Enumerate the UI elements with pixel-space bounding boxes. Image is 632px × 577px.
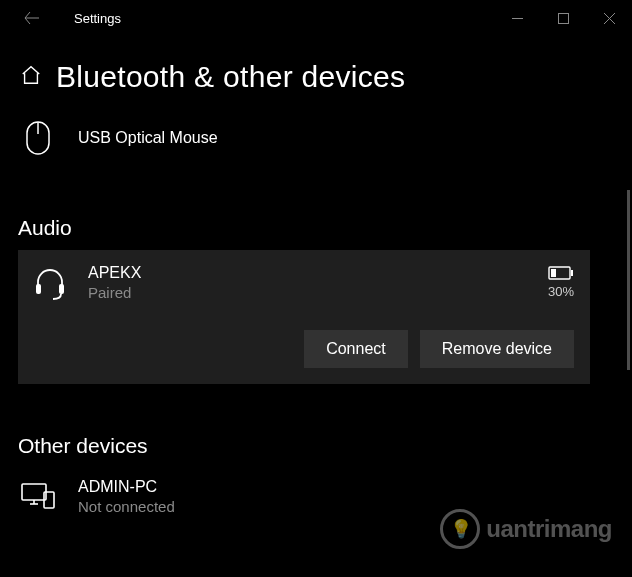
svg-rect-0	[558, 13, 568, 23]
home-icon[interactable]	[20, 64, 42, 90]
connect-button[interactable]: Connect	[304, 330, 408, 368]
device-item-mouse[interactable]: USB Optical Mouse	[18, 110, 624, 166]
arrow-left-icon	[24, 11, 40, 25]
battery-percent: 30%	[548, 284, 574, 299]
headset-icon	[30, 264, 70, 304]
minimize-icon	[512, 13, 523, 24]
device-status: Paired	[88, 284, 141, 301]
page-title: Bluetooth & other devices	[56, 60, 405, 94]
window-controls	[494, 2, 632, 34]
page-header: Bluetooth & other devices	[0, 36, 632, 110]
device-item-audio-selected[interactable]: APEKX Paired 30% Connect Remove device	[18, 250, 590, 384]
svg-rect-8	[22, 484, 46, 500]
app-title: Settings	[74, 11, 121, 26]
battery-indicator: 30%	[548, 264, 574, 299]
remove-device-button[interactable]: Remove device	[420, 330, 574, 368]
close-button[interactable]	[586, 2, 632, 34]
device-name: USB Optical Mouse	[78, 129, 218, 147]
device-name: ADMIN-PC	[78, 478, 175, 496]
battery-icon	[548, 266, 574, 280]
minimize-button[interactable]	[494, 2, 540, 34]
back-button[interactable]	[18, 4, 46, 32]
svg-rect-6	[551, 269, 556, 277]
device-name: APEKX	[88, 264, 141, 282]
device-item-other[interactable]: ADMIN-PC Not connected	[18, 468, 624, 524]
computer-icon	[18, 476, 58, 516]
maximize-icon	[558, 13, 569, 24]
svg-rect-7	[571, 270, 573, 276]
titlebar: Settings	[0, 0, 632, 36]
svg-rect-3	[36, 284, 41, 294]
device-status: Not connected	[78, 498, 175, 515]
close-icon	[604, 13, 615, 24]
mouse-icon	[18, 118, 58, 158]
scrollbar[interactable]	[627, 190, 630, 370]
maximize-button[interactable]	[540, 2, 586, 34]
svg-rect-4	[59, 284, 64, 294]
section-title-other: Other devices	[18, 434, 624, 458]
section-title-audio: Audio	[18, 216, 624, 240]
